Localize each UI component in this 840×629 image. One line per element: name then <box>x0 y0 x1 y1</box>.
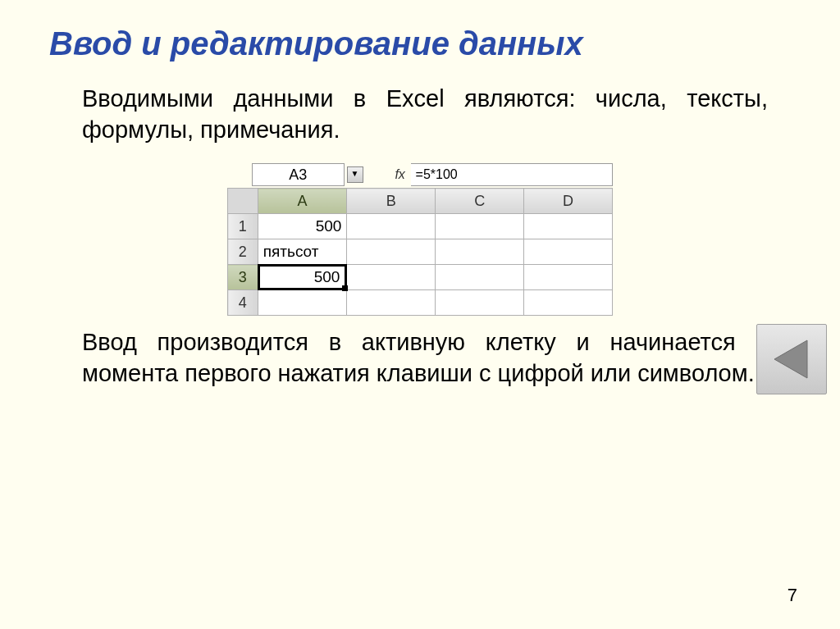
cell-d4[interactable] <box>524 290 613 316</box>
cell-d3[interactable] <box>524 265 613 290</box>
row-header-3[interactable]: 3 <box>228 265 258 290</box>
name-box-value: A3 <box>289 166 307 184</box>
excel-screenshot: A3 ▼ fx =5*100 A B C D 1 500 <box>227 163 613 316</box>
cell-b1[interactable] <box>347 214 436 239</box>
paragraph-2: Ввод производится в активную клетку и на… <box>82 327 768 389</box>
cell-b4[interactable] <box>347 290 436 316</box>
cell-a2[interactable]: пятьсот <box>258 239 347 265</box>
back-triangle-icon <box>769 337 814 381</box>
fx-icon[interactable]: fx <box>390 167 411 182</box>
svg-marker-0 <box>774 340 807 378</box>
formula-bar[interactable]: =5*100 <box>411 163 613 186</box>
column-header-c[interactable]: C <box>436 189 524 214</box>
cell-b2[interactable] <box>347 239 436 265</box>
row-header-2[interactable]: 2 <box>228 239 258 265</box>
cell-c3[interactable] <box>436 265 524 290</box>
column-header-a[interactable]: A <box>258 189 347 214</box>
column-header-d[interactable]: D <box>524 189 613 214</box>
cell-d2[interactable] <box>524 239 613 265</box>
paragraph-1: Вводимыми данными в Excel являются: числ… <box>82 84 768 145</box>
slide-title: Ввод и редактирование данных <box>49 25 791 62</box>
dropdown-icon[interactable]: ▼ <box>347 166 363 183</box>
cell-a4[interactable] <box>258 290 347 316</box>
cell-a3-active[interactable]: 500 <box>258 265 347 290</box>
cell-d1[interactable] <box>524 214 613 239</box>
formula-bar-value: =5*100 <box>416 167 458 182</box>
cell-a3-value: 500 <box>314 268 340 286</box>
select-all-corner[interactable] <box>228 189 258 214</box>
column-header-b[interactable]: B <box>347 189 436 214</box>
row-header-4[interactable]: 4 <box>228 290 258 316</box>
cell-c1[interactable] <box>436 214 524 239</box>
cell-c2[interactable] <box>436 239 524 265</box>
back-button[interactable] <box>756 324 827 394</box>
name-box[interactable]: A3 ▼ <box>252 163 345 186</box>
cell-a1[interactable]: 500 <box>258 214 347 239</box>
spreadsheet-grid[interactable]: A B C D 1 500 2 пятьсот 3 <box>227 188 613 316</box>
cell-c4[interactable] <box>436 290 524 316</box>
row-header-1[interactable]: 1 <box>228 214 258 239</box>
page-number: 7 <box>788 585 797 606</box>
cell-b3[interactable] <box>347 265 436 290</box>
slide: Ввод и редактирование данных Вводимыми д… <box>0 0 840 629</box>
